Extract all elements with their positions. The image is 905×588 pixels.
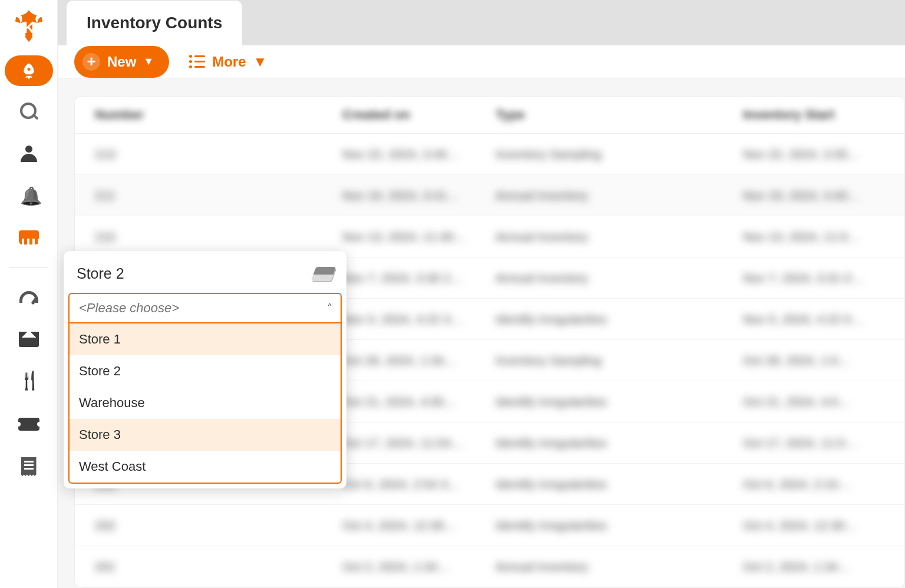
table-header: Number Created on Type Inventory Start [75, 97, 904, 134]
table-row[interactable]: 211Nov 19, 2024, 3:41…Annual InventoryNo… [75, 175, 904, 216]
cell-created: Nov 5, 2024, 4:22 3… [342, 312, 496, 326]
table-row[interactable]: 201Oct 2, 2024, 1:34…Annual InventoryOct… [75, 546, 904, 587]
chevron-up-icon: ˄ [327, 302, 332, 315]
col-created[interactable]: Created on [342, 107, 496, 123]
quick-launch-button[interactable] [5, 55, 53, 86]
cutlery-icon [20, 372, 38, 391]
cell-num: 213 [95, 147, 342, 161]
store-option[interactable]: Store 1 [70, 323, 341, 355]
app-logo: K [8, 5, 50, 47]
cell-type: Identify Irregularities [496, 395, 743, 409]
cell-created: Oct 21, 2024, 4:05… [342, 395, 496, 409]
cell-start: Oct 4, 2024, 12:30… [743, 518, 884, 533]
toolbar: + New ▼ More ▼ [58, 45, 905, 78]
nav-divider [9, 267, 48, 268]
cell-start: Nov 13, 2024, 11:0… [743, 230, 884, 244]
list-icon [189, 55, 205, 68]
cell-num: 201 [95, 560, 342, 574]
cell-created: Nov 19, 2024, 3:41… [342, 189, 496, 203]
cell-type: Identify Irregularities [496, 312, 743, 326]
store-search-input[interactable] [78, 300, 327, 316]
nav-store[interactable] [5, 222, 52, 256]
cell-type: Annual Inventory [496, 230, 743, 244]
nav-menu[interactable] [5, 365, 52, 399]
cell-start: Nov 22, 2024, 3:35… [743, 147, 884, 161]
cell-start: Oct 21, 2024, 4:0… [743, 395, 884, 409]
cell-created: Oct 17, 2024, 11:54… [342, 436, 496, 450]
cell-created: Nov 13, 2024, 11:40… [342, 230, 496, 244]
box-icon [19, 332, 39, 347]
nav-receipts[interactable] [5, 450, 52, 484]
cell-start: Oct 28, 2024, 1:0… [743, 354, 884, 368]
cell-created: Oct 6, 2024, 2:54 3… [342, 477, 496, 491]
new-button[interactable]: + New ▼ [74, 46, 169, 78]
cell-type: Annual Inventory [496, 560, 743, 574]
cell-start: Nov 19, 2024, 3:40… [743, 189, 884, 203]
cell-type: Inventory Sampling [496, 354, 743, 368]
nav-inventory[interactable] [5, 322, 52, 356]
cell-type: Annual Inventory [496, 189, 743, 203]
tab-inventory-counts[interactable]: Inventory Counts [66, 0, 243, 45]
cell-type: Inventory Sampling [496, 147, 743, 161]
col-start[interactable]: Inventory Start [743, 107, 884, 123]
svg-text:K: K [23, 19, 34, 36]
chevron-down-icon: ▼ [143, 55, 154, 68]
more-button-label: More [212, 54, 246, 70]
search-icon [20, 103, 38, 120]
store-icon [19, 230, 39, 247]
cell-type: Annual Inventory [496, 271, 743, 285]
receipt-icon [21, 457, 37, 476]
cell-start: Oct 17, 2024, 11:0… [743, 436, 884, 450]
store-combobox[interactable]: ˄ [68, 293, 342, 323]
store-option[interactable]: West Coast [70, 451, 341, 483]
cell-start: Oct 2, 2024, 1:34… [743, 560, 884, 574]
store-options-list: Store 1Store 2WarehouseStore 3West Coast [68, 323, 342, 484]
new-button-label: New [107, 54, 136, 70]
user-icon [21, 146, 37, 162]
chevron-down-icon: ▼ [253, 54, 267, 70]
more-button[interactable]: More ▼ [186, 53, 270, 71]
rocket-icon [20, 62, 38, 80]
eraser-icon[interactable] [311, 267, 336, 281]
table-row[interactable]: 202Oct 4, 2024, 12:30…Identify Irregular… [75, 505, 904, 546]
nav-user[interactable] [5, 137, 52, 171]
cell-created: Nov 22, 2024, 3:40… [342, 147, 496, 161]
nav-dashboard[interactable] [5, 280, 52, 314]
cell-type: Identify Irregularities [496, 436, 743, 450]
ticket-icon [18, 418, 39, 431]
store-selector-popover: Store 2 ˄ Store 1Store 2WarehouseStore 3… [64, 251, 346, 488]
gauge-icon [19, 291, 38, 303]
cell-start: Oct 6, 2024, 2:10… [743, 477, 884, 491]
tab-bar: Inventory Counts [58, 0, 905, 45]
nav-tickets[interactable] [5, 407, 52, 441]
current-store-label: Store 2 [77, 265, 124, 282]
store-option[interactable]: Warehouse [70, 387, 341, 419]
store-option[interactable]: Store 2 [70, 355, 341, 387]
table-row[interactable]: 213Nov 22, 2024, 3:40…Inventory Sampling… [75, 134, 904, 175]
cell-type: Identify Irregularities [496, 477, 743, 491]
sidebar: K [0, 0, 58, 588]
cell-created: Nov 7, 2024, 3:30 2… [342, 271, 496, 285]
cell-created: Oct 2, 2024, 1:34… [342, 560, 496, 574]
cell-start: Nov 5, 2024, 4:22 0… [743, 312, 884, 326]
cell-num: 211 [95, 189, 342, 203]
store-option[interactable]: Store 3 [70, 419, 341, 451]
tab-label: Inventory Counts [87, 14, 222, 32]
col-type[interactable]: Type [496, 107, 743, 123]
cell-start: Nov 7, 2024, 3:31 0… [743, 271, 884, 285]
cell-num: 210 [95, 230, 342, 244]
nav-notifications[interactable] [5, 179, 52, 213]
popover-header: Store 2 [64, 262, 346, 293]
col-number[interactable]: Number [95, 107, 342, 123]
cell-num: 202 [95, 518, 342, 533]
cell-created: Oct 4, 2024, 12:30… [342, 518, 496, 533]
cell-created: Oct 28, 2024, 1:34… [342, 354, 496, 368]
korona-logo-icon: K [11, 8, 47, 44]
nav-search[interactable] [5, 94, 52, 128]
cell-type: Identify Irregularities [496, 518, 743, 533]
plus-icon: + [82, 53, 100, 71]
